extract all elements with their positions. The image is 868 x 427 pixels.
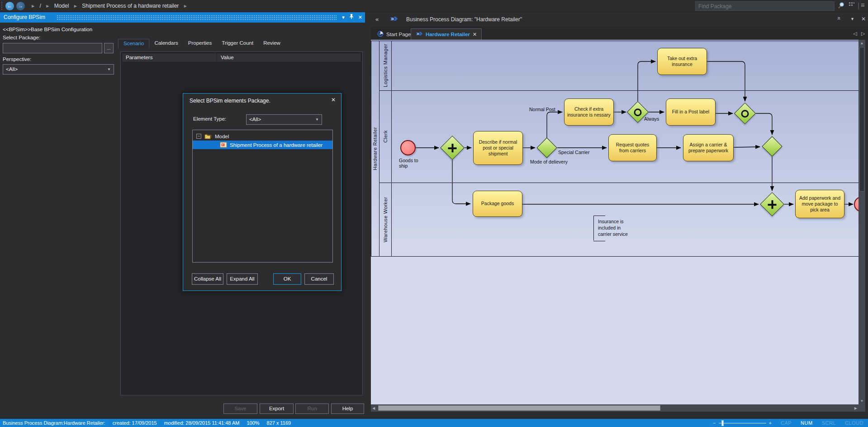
start-event-goods-to-ship[interactable] xyxy=(400,140,416,155)
bpsim-stereotype-label: <<BPSim>>Base BPSim Configuration xyxy=(3,27,92,32)
task-assign-carrier[interactable]: Assign a carrier & prepare paperwork xyxy=(683,134,734,161)
task-fill-post-label[interactable]: Fill in a Post label xyxy=(666,99,716,126)
tab-start-page[interactable]: Start Page xyxy=(373,28,415,40)
package-tree[interactable]: − Model Shipment Process of a hardware r… xyxy=(192,130,333,263)
parallel-gateway-join[interactable] xyxy=(760,192,784,216)
zoom-slider-track[interactable] xyxy=(719,423,766,423)
export-button[interactable]: Export xyxy=(260,404,294,414)
breadcrumb-package[interactable]: Shipment Process of a hardware retailer xyxy=(82,3,179,9)
panel-titlebar: Configure BPSim ▾ ✕ xyxy=(0,12,365,23)
breadcrumb-model[interactable]: Model xyxy=(54,3,69,9)
diagram-icon xyxy=(390,16,398,24)
scroll-up-icon[interactable]: ▲ xyxy=(859,41,865,45)
forward-button[interactable]: → xyxy=(16,2,25,10)
ok-button[interactable]: OK xyxy=(273,273,301,285)
tab-hardware-retailer[interactable]: Hardware Retailer ✕ xyxy=(411,28,482,40)
horizontal-scrollbar[interactable]: ◀ ▶ xyxy=(371,404,859,412)
close-icon[interactable]: ✕ xyxy=(861,16,866,22)
zoom-in-icon[interactable]: + xyxy=(769,420,772,426)
tab-properties[interactable]: Properties xyxy=(183,39,217,48)
event-gateway-merge[interactable] xyxy=(734,103,756,124)
double-chevron-up-icon[interactable]: « xyxy=(836,17,843,20)
toolbar-grip xyxy=(1,1,3,11)
diagram-icon xyxy=(416,31,423,38)
status-bar: Business Process Diagram:Hardware Retail… xyxy=(0,419,868,427)
browse-package-button[interactable]: ... xyxy=(104,43,114,53)
window-menu-icon[interactable]: ▾ xyxy=(342,12,345,23)
collapse-expander-icon[interactable]: − xyxy=(196,134,201,139)
element-type-dropdown[interactable]: <All> ▼ xyxy=(246,114,322,125)
back-button[interactable]: ← xyxy=(5,2,14,10)
zoom-out-icon[interactable]: − xyxy=(713,420,716,426)
horizontal-scrollbar-thumb[interactable] xyxy=(378,405,660,411)
tab-scenario[interactable]: Scenario xyxy=(118,39,149,48)
titlebar-texture xyxy=(57,15,337,20)
cancel-button[interactable]: Cancel xyxy=(304,273,334,285)
search-icon[interactable] xyxy=(838,2,845,11)
tab-trigger-count[interactable]: Trigger Count xyxy=(217,39,258,48)
close-icon[interactable]: ✕ xyxy=(331,97,336,103)
tree-node-shipment-process[interactable]: Shipment Process of a hardware retailer xyxy=(193,141,332,149)
diagram-panel: « Business Process Diagram: "Hardware Re… xyxy=(371,12,868,419)
tab-review[interactable]: Review xyxy=(258,39,285,48)
text-annotation[interactable]: Insurance is included in carrier service xyxy=(593,216,631,240)
help-button[interactable]: Help xyxy=(331,404,364,414)
tab-calendars[interactable]: Calendars xyxy=(149,39,183,48)
chevron-down-icon: ▼ xyxy=(107,65,111,74)
collapse-all-button[interactable]: Collapse All xyxy=(192,273,223,285)
task-add-paperwork[interactable]: Add paperwork and move package to pick a… xyxy=(795,190,844,218)
toggle-cap[interactable]: CAP xyxy=(781,420,792,426)
task-check-extra-insurance[interactable]: Check if extra insurance is nessary xyxy=(564,99,614,126)
expand-all-button[interactable]: Expand All xyxy=(227,273,258,285)
toggle-num[interactable]: NUM xyxy=(801,420,813,426)
zoom-slider[interactable]: − + xyxy=(713,420,772,426)
lane-divider xyxy=(379,90,859,91)
lane-label-divider xyxy=(391,41,392,257)
task-request-quotes[interactable]: Request quotes from carriers xyxy=(608,134,657,161)
pool-bottom-border xyxy=(371,256,859,257)
vertical-scrollbar-thumb[interactable] xyxy=(859,47,864,192)
zoom-slider-thumb[interactable] xyxy=(721,420,724,426)
scroll-right-icon[interactable]: ▶ xyxy=(854,406,857,410)
chevron-down-icon: ▼ xyxy=(315,115,319,124)
dialog-title: Select BPSim elements Package. xyxy=(190,98,270,104)
tab-scroll-left-icon[interactable]: ◁ xyxy=(853,31,857,37)
column-value[interactable]: Value xyxy=(217,53,361,62)
exclusive-gateway-merge[interactable] xyxy=(762,136,782,156)
hamburger-menu-icon[interactable]: ≡ xyxy=(861,1,865,9)
task-describe-post-or-special[interactable]: Describe if normal post or special shipm… xyxy=(473,131,523,165)
toggle-cloud[interactable]: CLOUD xyxy=(845,420,863,426)
toggle-scrl[interactable]: SCRL xyxy=(822,420,836,426)
run-button[interactable]: Run xyxy=(295,404,329,414)
perspective-dropdown[interactable]: <All> ▼ xyxy=(3,64,114,75)
vertical-scrollbar[interactable]: ▲ ▼ xyxy=(859,40,865,404)
task-take-out-extra-insurance[interactable]: Take out extra insurance xyxy=(657,48,707,75)
parallel-gateway-split[interactable] xyxy=(440,136,465,160)
flow-label-special-carrier: Special Carrier xyxy=(558,150,589,155)
status-size: 827 x 1169 xyxy=(267,420,291,426)
exclusive-gateway-mode-of-delivery[interactable] xyxy=(536,137,557,158)
pin-icon[interactable] xyxy=(349,12,354,23)
scroll-down-icon[interactable]: ▼ xyxy=(859,399,865,403)
find-package-input[interactable] xyxy=(695,1,835,11)
tree-node-model[interactable]: − Model xyxy=(193,132,332,141)
column-parameters[interactable]: Parameters xyxy=(122,53,217,62)
tab-scroll-right-icon[interactable]: ▷ xyxy=(861,31,865,37)
start-page-icon xyxy=(377,31,384,38)
collapse-panel-icon[interactable]: « xyxy=(375,16,379,23)
close-tab-icon[interactable]: ✕ xyxy=(473,31,477,38)
grid-options-icon[interactable] xyxy=(849,2,855,10)
scroll-left-icon[interactable]: ◀ xyxy=(372,406,375,410)
lane-label-logistics-manager: Logistics Manager xyxy=(379,41,391,90)
status-modified: modified: 28/09/2015 11:41:48 AM xyxy=(164,420,240,426)
chevron-down-icon[interactable]: ▼ xyxy=(850,17,854,21)
select-package-label: Select Package: xyxy=(3,35,40,40)
gateway-label-mode-of-delivery: Mode of delievery xyxy=(530,159,568,164)
close-icon[interactable]: ✕ xyxy=(358,12,362,23)
save-button[interactable]: Save xyxy=(223,404,257,414)
breadcrumb-root[interactable]: / xyxy=(40,3,41,9)
bpmn-canvas[interactable]: Hardware Retailer Logistics Manager Cler… xyxy=(371,40,868,404)
package-input[interactable] xyxy=(3,43,102,53)
status-diagram-name: Business Process Diagram:Hardware Retail… xyxy=(3,420,105,426)
task-package-goods[interactable]: Package goods xyxy=(473,191,522,217)
